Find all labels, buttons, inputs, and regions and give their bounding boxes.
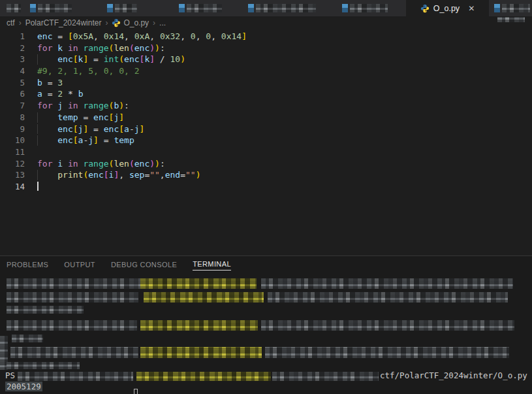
panel-tab-terminal[interactable]: TERMINAL <box>193 257 231 271</box>
line-number: 1 <box>0 31 25 42</box>
line-number: 7 <box>0 100 25 112</box>
code-line[interactable]: 3enc[k] = int(enc[k] / 10) <box>0 54 532 65</box>
redacted-terminal-text <box>140 320 258 331</box>
line-text: for j in range(b): <box>37 100 129 112</box>
chevron-right-icon: › <box>105 18 108 27</box>
blurred-tab[interactable] <box>494 4 530 12</box>
indent-guide <box>37 135 38 146</box>
code-line[interactable]: 13print(enc[i], sep="",end="") <box>0 169 532 181</box>
line-text: a = 2 * b <box>37 88 83 100</box>
breadcrumb-label: ctf <box>7 18 15 27</box>
terminal-output: 2005129 <box>5 382 42 391</box>
redacted-terminal-text <box>265 347 509 358</box>
line-number: 14 <box>0 181 25 193</box>
redacted-terminal-text <box>7 306 84 314</box>
line-text: enc[k] = int(enc[k] / 10) <box>37 54 185 65</box>
code-line[interactable]: 6a = 2 * b <box>0 88 532 100</box>
code-lines: 1enc = [0x5A, 0x14, 0xA, 0x32, 0, 0, 0x1… <box>0 31 532 193</box>
terminal-cursor <box>134 389 138 394</box>
blurred-tab[interactable] <box>7 4 21 12</box>
blurred-tab[interactable] <box>248 4 316 12</box>
code-line[interactable]: 7for j in range(b): <box>0 100 532 112</box>
redacted-terminal-text <box>272 372 379 381</box>
redacted-editor-actions <box>497 17 525 22</box>
python-file-icon <box>112 18 121 27</box>
chevron-right-icon: › <box>153 18 155 27</box>
code-line[interactable]: 10enc[a-j] = temp <box>0 135 532 146</box>
vscode-window: O_o.py ✕ ctf›PolarCTF_2024winter›O_o.py›… <box>0 0 532 394</box>
redacted-terminal-text <box>12 335 43 342</box>
line-number: 6 <box>0 88 25 100</box>
line-number: 12 <box>0 158 25 170</box>
blurred-tab[interactable] <box>179 4 222 12</box>
redacted-tab-label <box>187 4 222 12</box>
python-file-icon <box>107 4 113 12</box>
breadcrumb-item[interactable]: O_o.py <box>112 18 149 27</box>
redacted-terminal-text <box>7 320 137 331</box>
line-number: 11 <box>0 146 25 158</box>
line-number: 8 <box>0 112 25 123</box>
blurred-tab[interactable] <box>30 4 72 12</box>
indent-guide <box>37 124 38 135</box>
line-number: 2 <box>0 42 25 54</box>
redacted-terminal-text <box>7 292 138 303</box>
redacted-terminal-text <box>136 372 271 381</box>
redacted-terminal-text <box>268 292 508 303</box>
indent-guide <box>37 112 38 123</box>
terminal[interactable]: PS ctf/PolarCTF_2024winter/O_o.py 200512… <box>0 274 532 394</box>
line-number: 10 <box>0 135 25 146</box>
line-number: 13 <box>0 169 25 181</box>
line-text: enc = [0x5A, 0x14, 0xA, 0x32, 0, 0, 0x14… <box>37 31 247 42</box>
breadcrumb-label: O_o.py <box>123 18 149 27</box>
redacted-terminal-text <box>140 347 262 358</box>
line-text: #9, 2, 1, 5, 0, 0, 2 <box>37 65 140 77</box>
bottom-panel: PROBLEMSOUTPUTDEBUG CONSOLETERMINAL PS c… <box>0 255 532 394</box>
tab-o_o-py[interactable]: O_o.py ✕ <box>406 0 489 16</box>
line-text: for i in range(len(enc)): <box>37 158 165 170</box>
line-text <box>37 181 39 193</box>
python-file-icon <box>420 4 430 13</box>
redacted-tab-label <box>115 4 137 12</box>
code-line[interactable]: 2for k in range(len(enc)): <box>0 42 532 54</box>
terminal-prompt-prefix: PS <box>5 370 15 380</box>
breadcrumb: ctf›PolarCTF_2024winter›O_o.py›... <box>0 16 532 29</box>
line-text: print(enc[i], sep="",end="") <box>37 169 200 181</box>
python-file-icon <box>30 4 36 12</box>
line-text: enc[j] = enc[a-j] <box>37 123 144 135</box>
line-text: b = 3 <box>37 77 63 89</box>
redacted-terminal-text <box>261 320 514 331</box>
blurred-tab[interactable] <box>107 4 137 12</box>
line-number: 5 <box>0 77 25 89</box>
code-line[interactable]: 9enc[j] = enc[a-j] <box>0 123 532 135</box>
redacted-terminal-text <box>7 362 80 369</box>
panel-tab-output[interactable]: OUTPUT <box>64 258 95 271</box>
redacted-terminal-text <box>144 292 264 303</box>
editor-tab-bar: O_o.py ✕ <box>0 0 532 16</box>
panel-tab-debug-console[interactable]: DEBUG CONSOLE <box>111 258 177 271</box>
breadcrumb-label: ... <box>159 18 166 27</box>
chevron-right-icon: › <box>19 18 22 27</box>
code-line[interactable]: 5b = 3 <box>0 77 532 89</box>
redacted-tab-label <box>38 4 72 12</box>
blurred-tab[interactable] <box>342 4 388 12</box>
python-file-icon <box>179 4 185 12</box>
python-file-icon <box>248 4 254 12</box>
code-editor[interactable]: 1enc = [0x5A, 0x14, 0xA, 0x32, 0, 0, 0x1… <box>0 29 532 257</box>
code-line[interactable]: 14 <box>0 181 532 193</box>
breadcrumb-item[interactable]: ctf <box>7 18 15 27</box>
tab-label: O_o.py <box>433 4 460 13</box>
code-line[interactable]: 11 <box>0 146 532 158</box>
breadcrumb-item[interactable]: ... <box>159 18 166 27</box>
breadcrumb-item[interactable]: PolarCTF_2024winter <box>25 18 102 27</box>
redacted-terminal-text <box>10 347 138 358</box>
code-line[interactable]: 12for i in range(len(enc)): <box>0 158 532 170</box>
redacted-tab-label <box>502 4 530 12</box>
code-line[interactable]: 4#9, 2, 1, 5, 0, 0, 2 <box>0 65 532 77</box>
code-line[interactable]: 1enc = [0x5A, 0x14, 0xA, 0x32, 0, 0, 0x1… <box>0 31 532 42</box>
redacted-terminal-text <box>261 278 513 289</box>
indent-guide <box>37 170 38 180</box>
line-number: 4 <box>0 65 25 77</box>
close-icon[interactable]: ✕ <box>468 4 475 13</box>
panel-tab-problems[interactable]: PROBLEMS <box>7 258 48 271</box>
code-line[interactable]: 8temp = enc[j] <box>0 112 532 123</box>
